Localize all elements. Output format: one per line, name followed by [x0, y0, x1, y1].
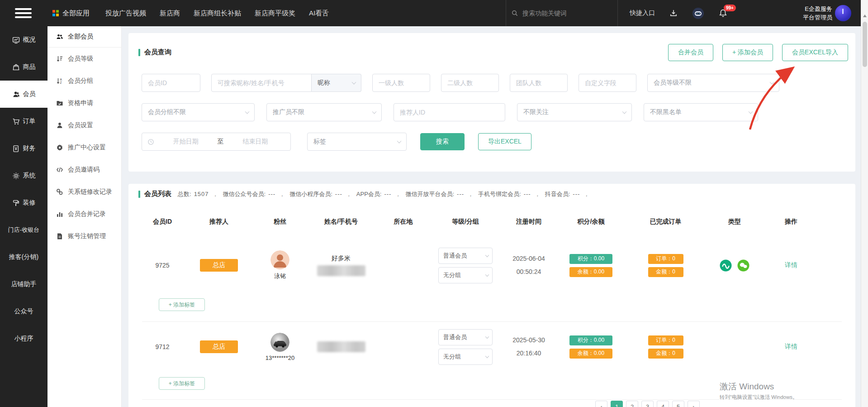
submenu-item-promotion-settings[interactable]: 推广中心设置: [47, 136, 121, 158]
sidebar-item-distribution[interactable]: 推客(分销): [0, 244, 47, 271]
download-icon[interactable]: [669, 9, 678, 17]
submenu-item-relation-chain-log[interactable]: 关系链修改记录: [47, 181, 121, 203]
avatar[interactable]: [835, 5, 851, 21]
member-level-select[interactable]: 会员等级不限: [647, 74, 779, 92]
follow-filter-select[interactable]: 不限关注: [517, 103, 632, 121]
col-name-phone: 姓名/手机号: [305, 218, 377, 226]
submenu-item-member-level[interactable]: 会员等级: [47, 48, 121, 70]
nav-item-peer-award[interactable]: 新店商平级奖: [255, 9, 295, 18]
sidebar-item-shop-assistant[interactable]: 店铺助手: [0, 271, 47, 298]
sidebar-item-order[interactable]: 订单: [0, 108, 47, 135]
sidebar-item-member[interactable]: 会员: [0, 81, 47, 108]
member-excel-import-button[interactable]: 会员EXCEL导入: [782, 44, 848, 61]
submenu-item-label: 会员分组: [68, 77, 93, 85]
submenu-item-label: 会员合并记录: [68, 210, 106, 218]
search-button[interactable]: 搜索: [420, 133, 465, 150]
topbar: 全部应用 投放广告视频 新店商 新店商组长补贴 新店商平级奖 AI看舌 快捷入口: [0, 0, 868, 26]
submenu-item-label: 资格申请: [68, 99, 93, 107]
scrollbar-thumb[interactable]: [863, 22, 867, 67]
submenu-item-invite-code[interactable]: 会员邀请码: [47, 158, 121, 181]
sidebar-item-overview[interactable]: 概况: [0, 26, 47, 53]
sidebar-item-system[interactable]: 系统: [0, 162, 47, 189]
scrollbar[interactable]: [861, 0, 868, 407]
promoter-select[interactable]: 推广员不限: [266, 103, 382, 121]
stat-wechat-official: 微信公众号会员:---，: [223, 190, 285, 198]
custom-field-input[interactable]: [579, 74, 636, 92]
robot-assistant-icon[interactable]: [692, 7, 704, 19]
nav-item-new-shop[interactable]: 新店商: [160, 9, 180, 18]
detail-link[interactable]: 详情: [785, 343, 797, 351]
page-button[interactable]: 3: [641, 401, 654, 407]
tag-select[interactable]: 标签: [307, 133, 407, 151]
sidebar-item-decorate[interactable]: 装修: [0, 189, 47, 216]
submenu-item-all-members[interactable]: 全部会员: [47, 26, 121, 48]
stat-app: APP会员:---，: [356, 190, 401, 198]
level1-count-input[interactable]: [372, 74, 430, 92]
next-page-button[interactable]: ›: [688, 401, 700, 407]
submenu-item-member-settings[interactable]: 会员设置: [47, 114, 121, 136]
topbar-search[interactable]: [511, 0, 599, 26]
search-input[interactable]: [522, 10, 599, 17]
keyword-input[interactable]: [211, 74, 312, 92]
col-operation: 操作: [764, 218, 818, 226]
add-tag-button[interactable]: + 添加标签: [159, 298, 205, 311]
level-select[interactable]: 普通会员: [438, 329, 493, 345]
start-date-field[interactable]: 开始日期: [156, 138, 216, 146]
keyword-search-group: 昵称: [211, 74, 361, 92]
submenu-item-member-group[interactable]: AZ 会员分组: [47, 70, 121, 92]
group-select[interactable]: 无分组: [438, 267, 493, 283]
nav-item-ad-video[interactable]: 投放广告视频: [105, 9, 146, 18]
nav-item-ai-tongue[interactable]: AI看舌: [309, 9, 329, 18]
submenu-item-qualification[interactable]: 资格申请: [47, 92, 121, 114]
prev-page-button[interactable]: ‹: [595, 401, 607, 407]
sidebar-item-pos[interactable]: 门店-收银台: [0, 216, 47, 244]
merge-member-button[interactable]: 合并会员: [668, 44, 713, 61]
balance-badge: 余额：0.00: [569, 267, 612, 277]
all-apps-menu[interactable]: 全部应用: [52, 0, 90, 26]
sidebar-item-label: 店铺助手: [11, 280, 37, 288]
page-button[interactable]: 2: [626, 401, 638, 407]
export-excel-button[interactable]: 导出EXCEL: [478, 133, 531, 150]
quick-entry-link[interactable]: 快捷入口: [630, 9, 655, 17]
submenu-item-account-cancellation[interactable]: 账号注销管理: [47, 225, 121, 247]
scroll-up-arrow-icon[interactable]: [863, 14, 867, 17]
account-info[interactable]: E企盈服务 平台管理员: [787, 0, 832, 26]
add-member-button[interactable]: + 添加会员: [722, 44, 773, 61]
blurred-name: [317, 341, 365, 352]
chevron-down-icon: [397, 139, 402, 144]
end-date-field[interactable]: 结束日期: [226, 138, 285, 146]
submenu-item-merge-log[interactable]: 会员合并记录: [47, 203, 121, 225]
member-level-value: 会员等级不限: [654, 79, 692, 87]
add-tag-button[interactable]: + 添加标签: [159, 377, 205, 390]
group-select[interactable]: 无分组: [438, 349, 493, 365]
level-select[interactable]: 普通会员: [438, 248, 493, 264]
page-button[interactable]: 1: [611, 401, 623, 407]
sidebar-item-finance[interactable]: 财务: [0, 135, 47, 162]
page-button[interactable]: 5: [672, 401, 684, 407]
date-range-picker[interactable]: 开始日期 至 结束日期: [142, 133, 291, 151]
fan-avatar[interactable]: [270, 250, 289, 269]
level2-count-input[interactable]: [441, 74, 499, 92]
team-count-input[interactable]: [510, 74, 568, 92]
member-id-input[interactable]: [142, 74, 200, 92]
notifications[interactable]: 99+: [719, 9, 727, 18]
page-button[interactable]: 4: [657, 401, 669, 407]
col-completed-orders: 已完成订单: [626, 218, 705, 226]
detail-link[interactable]: 详情: [785, 261, 797, 269]
keyword-type-select[interactable]: 昵称: [312, 74, 361, 92]
sidebar-item-official-account[interactable]: 公众号: [0, 298, 47, 325]
sidebar-item-label: 小程序: [14, 335, 33, 343]
hamburger-menu-icon[interactable]: [15, 8, 32, 18]
sidebar-item-goods[interactable]: 商品: [0, 53, 47, 81]
member-group-select[interactable]: 会员分组不限: [142, 103, 255, 121]
blacklist-filter-select[interactable]: 不限黑名单: [644, 103, 758, 121]
sidebar-item-label: 系统: [23, 172, 36, 180]
nav-item-leader-subsidy[interactable]: 新店商组长补贴: [194, 9, 241, 18]
fan-avatar[interactable]: [270, 333, 289, 352]
orders-cell: 订单：0 金额：0: [626, 254, 705, 277]
referrer-id-input[interactable]: [394, 103, 505, 121]
sidebar-item-mini-program[interactable]: 小程序: [0, 325, 47, 352]
document-icon: [56, 233, 63, 240]
tag-value: 标签: [313, 138, 326, 146]
name-phone-cell: 好多米: [305, 254, 377, 276]
